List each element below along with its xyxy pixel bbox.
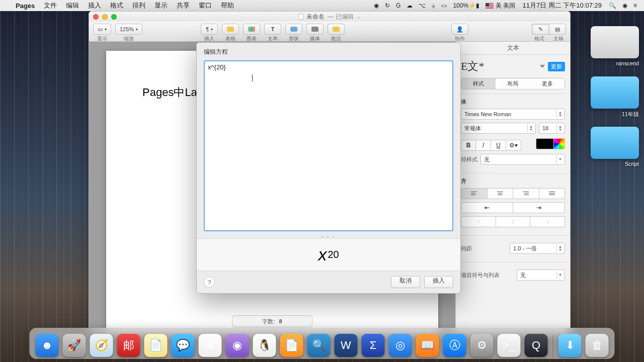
valign-top-button[interactable]: ↑ [461, 216, 496, 227]
valign-middle-button[interactable]: ↕ [496, 216, 531, 227]
dock-settings[interactable]: ⚙ [470, 334, 494, 357]
menubar-sync-icon[interactable]: ↻ [382, 2, 393, 9]
menu-edit[interactable]: 编辑 [61, 1, 84, 10]
indent-increase-button[interactable]: ⇥ [513, 202, 565, 213]
align-left-button[interactable] [461, 188, 488, 199]
toolbar-view-button[interactable]: ▭▾ [93, 24, 111, 35]
font-style-select[interactable]: 常规体 ▲▼ [461, 123, 536, 134]
insert-button[interactable]: 插入 [424, 276, 453, 288]
align-justify-button[interactable] [539, 188, 566, 199]
dock-mail[interactable]: 邮 [117, 334, 140, 357]
menubar: Pages 文件 编辑 插入 格式 排列 显示 共享 窗口 帮助 ◉ ↻ G ☁… [0, 0, 644, 11]
dock-launchpad[interactable]: 🚀 [63, 334, 86, 357]
dock-appstore[interactable]: Ⓐ [443, 334, 466, 357]
paragraph-style-name[interactable]: E文* [461, 59, 537, 74]
indent-decrease-button[interactable]: ⇤ [461, 202, 513, 213]
menu-format[interactable]: 格式 [106, 1, 128, 10]
bullets-select[interactable]: 无 ▼ [517, 269, 565, 281]
dock-messages[interactable]: 💬 [172, 334, 195, 357]
dock-safari[interactable]: 🧭 [90, 334, 113, 357]
menu-insert[interactable]: 插入 [84, 1, 106, 10]
char-style-select[interactable]: 无 ▼ [480, 154, 565, 165]
tab-more[interactable]: 更多 [530, 78, 565, 89]
font-size-stepper[interactable]: 18 ▲▼ [539, 123, 565, 134]
toolbar-document-button[interactable]: ▤ [549, 24, 566, 35]
text-color-swatch[interactable] [536, 138, 554, 149]
toolbar-shape-button[interactable] [285, 24, 302, 35]
media-icon [311, 27, 318, 32]
desktop-folder-1[interactable] [591, 76, 639, 109]
word-count-pill[interactable]: 字数: 8 [232, 315, 312, 327]
dock-trash[interactable]: 🗑 [586, 334, 609, 357]
menubar-wifi-icon[interactable]: ⏚ [429, 2, 438, 9]
close-button[interactable] [93, 14, 99, 20]
toolbar-insert-button[interactable]: ¶▾ [201, 24, 218, 35]
menubar-logitech-icon[interactable]: G [393, 2, 404, 9]
dock-terminal[interactable]: >_ [498, 334, 521, 357]
menu-view[interactable]: 显示 [150, 1, 172, 10]
toolbar-chart-button[interactable] [243, 24, 260, 35]
menubar-siri-icon[interactable]: ◉ [619, 2, 630, 9]
line-spacing-select[interactable]: 1.0 - 一倍 ▲▼ [510, 243, 565, 254]
window-title: 未命名 — 已编辑 ⌄ [298, 13, 360, 21]
fullscreen-button[interactable] [111, 14, 117, 20]
bold-button[interactable]: B [461, 140, 476, 151]
toolbar-text-button[interactable]: T [264, 24, 281, 35]
menubar-clock[interactable]: 11月7日 周二 下午10:07:29 [518, 1, 606, 10]
update-style-button[interactable]: 更新 [548, 62, 565, 71]
toolbar-media-button[interactable] [306, 24, 324, 35]
dock-preview[interactable]: 🔍 [307, 334, 331, 357]
dock-quicktime[interactable]: Q [525, 334, 548, 357]
dock-sigma[interactable]: Σ [362, 334, 385, 357]
desktop-drive[interactable] [591, 26, 639, 58]
toolbar-zoom-button[interactable]: 125%▾ [115, 24, 142, 35]
dock-touchid[interactable]: ◎ [389, 334, 412, 357]
toolbar-format-button[interactable]: ✎ [532, 24, 549, 35]
dock-finder[interactable]: ☻ [36, 334, 59, 357]
menu-share[interactable]: 共享 [172, 1, 194, 10]
toolbar-comment-button[interactable] [328, 24, 345, 35]
app-menu[interactable]: Pages [11, 2, 39, 10]
dock-ibooks[interactable]: 📖 [416, 334, 439, 357]
title-caret-icon[interactable]: ⌄ [357, 14, 361, 19]
resize-handle-icon[interactable]: • • • [197, 234, 460, 238]
font-family-select[interactable]: Times New Roman ▲▼ [461, 109, 565, 120]
tab-style[interactable]: 样式 [461, 78, 496, 89]
desktop-folder-2[interactable] [591, 127, 639, 159]
dock-photos[interactable]: ❀ [199, 334, 222, 357]
menubar-airplay-icon[interactable]: ▭ [438, 2, 450, 9]
menu-window[interactable]: 窗口 [194, 1, 216, 10]
dock-qq[interactable]: 🐧 [253, 334, 276, 357]
menu-arrange[interactable]: 排列 [128, 1, 150, 10]
menubar-spotlight-icon[interactable]: 🔍 [606, 2, 619, 9]
toolbar-collab-button[interactable]: 👤 [451, 24, 468, 35]
color-wheel-button[interactable] [554, 138, 565, 149]
equation-input[interactable]: x^{20} [204, 60, 453, 231]
minimize-button[interactable] [102, 14, 108, 20]
dock-podcasts[interactable]: ◉ [226, 334, 249, 357]
help-button[interactable]: ? [204, 277, 215, 288]
menubar-record-icon[interactable]: ◉ [371, 2, 382, 9]
menubar-cloud-icon[interactable]: ☁ [404, 2, 416, 9]
align-right-button[interactable] [513, 188, 539, 199]
underline-button[interactable]: U [491, 140, 506, 151]
menubar-battery[interactable]: 100% ⚡▮ [450, 2, 482, 9]
toolbar-table-button[interactable] [222, 24, 239, 35]
dock-pages[interactable]: 📄 [280, 334, 303, 357]
paragraph-style-caret-icon[interactable] [540, 65, 545, 68]
menubar-input-method[interactable]: 美 美国 [482, 2, 518, 10]
font-more-button[interactable]: ⚙▾ [506, 140, 521, 151]
dock-downloads[interactable]: ⬇ [558, 334, 582, 357]
menu-help[interactable]: 帮助 [216, 1, 238, 10]
dock-word[interactable]: W [335, 334, 358, 357]
align-center-button[interactable] [488, 188, 514, 199]
dock-notes[interactable]: 📄 [144, 334, 168, 357]
valign-bottom-button[interactable]: ↓ [530, 216, 565, 227]
menubar-notification-icon[interactable]: ≡ [630, 2, 640, 9]
tab-layout[interactable]: 布局 [496, 78, 530, 89]
titlebar[interactable]: 未命名 — 已编辑 ⌄ [89, 12, 570, 22]
italic-button[interactable]: I [476, 140, 491, 151]
cancel-button[interactable]: 取消 [391, 276, 420, 288]
menubar-bluetooth-icon[interactable]: ⌥ [416, 2, 429, 9]
menu-file[interactable]: 文件 [39, 1, 61, 10]
